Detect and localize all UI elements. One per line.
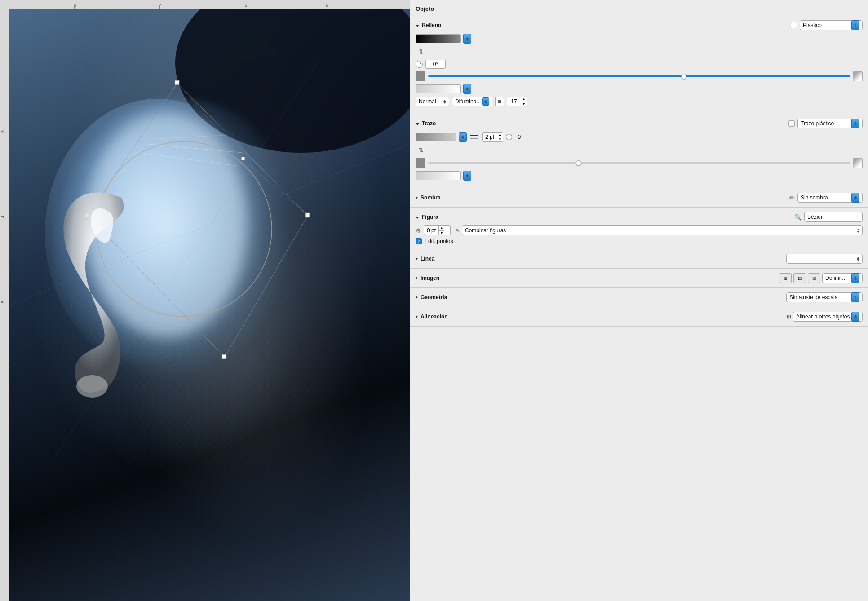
blur-type-dropdown[interactable]: Difumina... bbox=[452, 97, 492, 106]
trazo-swap[interactable]: ⇅ bbox=[416, 145, 426, 155]
imagen-fit-btn-3[interactable]: ⊟ bbox=[808, 273, 820, 283]
plastico-checkbox[interactable] bbox=[791, 22, 797, 28]
teardrop-bottom bbox=[76, 375, 108, 398]
section-figura-header[interactable]: Figura 🔍 Bézier bbox=[410, 210, 868, 224]
fill-dd-up bbox=[854, 23, 857, 25]
linea-dropdown[interactable] bbox=[786, 254, 863, 264]
slider-track bbox=[428, 75, 850, 77]
shape-type-dropdown[interactable]: Bézier bbox=[804, 212, 863, 222]
section-alineacion: Alineación ⊞ Alinear a otros objetos bbox=[410, 307, 868, 327]
pt-down[interactable]: ▼ bbox=[439, 231, 444, 236]
thin-line bbox=[470, 138, 478, 139]
section-linea-header[interactable]: Línea bbox=[410, 252, 868, 265]
geometria-triangle bbox=[416, 296, 418, 299]
white-gradient-dd-btn[interactable] bbox=[463, 84, 471, 94]
cat-canvas bbox=[9, 9, 410, 601]
combine-dd-arrow bbox=[857, 229, 859, 233]
trazo-white-dd[interactable] bbox=[463, 171, 471, 181]
sw-down[interactable]: ▼ bbox=[497, 137, 503, 142]
figura-triangle bbox=[416, 217, 419, 219]
color-swatch-left[interactable] bbox=[416, 71, 425, 81]
pt-up[interactable]: ▲ bbox=[439, 225, 444, 231]
geometria-label: Geometría bbox=[421, 294, 447, 300]
stroke-bar-dd[interactable] bbox=[459, 132, 467, 142]
relleno-slider[interactable] bbox=[428, 72, 850, 80]
thick-line bbox=[470, 135, 478, 136]
section-imagen-header[interactable]: Imagen ⊞ ⊡ ⊟ Definir... bbox=[410, 271, 868, 285]
ruler-left: 3 4 5 bbox=[0, 9, 9, 601]
alineacion-dd-btn[interactable] bbox=[851, 312, 859, 322]
combine-icon: ⊕ bbox=[455, 228, 459, 234]
section-alineacion-header[interactable]: Alineación ⊞ Alinear a otros objetos bbox=[410, 310, 868, 323]
fill-type-dd-btn[interactable] bbox=[851, 20, 859, 30]
stroke-gray-bar[interactable] bbox=[416, 133, 456, 141]
section-relleno-header[interactable]: Relleno Plástico bbox=[410, 18, 868, 32]
blend-down bbox=[443, 102, 446, 104]
trazo-checkbox[interactable] bbox=[788, 120, 795, 127]
trazo-slider-track bbox=[428, 162, 850, 164]
angle-input[interactable] bbox=[425, 60, 446, 69]
canvas-area[interactable]: 3 4 5 6 3 4 5 bbox=[0, 0, 410, 601]
edit-puntos-checkbox[interactable]: ✓ bbox=[416, 238, 422, 244]
stroke-width-btns[interactable]: ▲ ▼ bbox=[497, 132, 503, 142]
trazo-whitebar-row bbox=[416, 171, 863, 181]
blur-dd-btn[interactable] bbox=[482, 97, 489, 106]
section-figura: Figura 🔍 Bézier ⚙ 0 pt ▲ ▼ bbox=[410, 208, 868, 249]
alineacion-label: Alineación bbox=[421, 314, 448, 320]
combine-dropdown[interactable]: Combinar figuras bbox=[462, 225, 863, 235]
angle-circle bbox=[416, 61, 423, 68]
imagen-dd-btn[interactable] bbox=[851, 273, 859, 283]
section-linea: Línea bbox=[410, 249, 868, 269]
gradient-row bbox=[416, 34, 863, 44]
white-gradient-bar[interactable] bbox=[416, 84, 461, 93]
geometria-dropdown[interactable]: Sin ajuste de escala bbox=[786, 292, 863, 302]
section-sombra: Sombra ✏ Sin sombra bbox=[410, 188, 868, 208]
section-trazo: Trazo Trazo plástico bbox=[410, 114, 868, 188]
relleno-label: Relleno bbox=[422, 22, 441, 28]
section-sombra-header[interactable]: Sombra ✏ Sin sombra bbox=[410, 191, 868, 204]
slider-thumb bbox=[681, 74, 686, 79]
linea-triangle bbox=[416, 257, 418, 261]
pt-stepper[interactable]: 0 pt ▲ ▼ bbox=[424, 225, 451, 235]
alineacion-dropdown[interactable]: Alinear a otros objetos bbox=[793, 312, 863, 322]
trazo-swatch-left[interactable] bbox=[416, 158, 425, 168]
shadow-dd-btn[interactable] bbox=[851, 193, 859, 203]
ruler-top: 3 4 5 6 bbox=[9, 0, 410, 9]
blur-value-stepper[interactable]: 17 ▲ ▼ bbox=[507, 97, 527, 106]
gradient-bar[interactable] bbox=[416, 34, 461, 43]
grad-dd-down bbox=[466, 39, 469, 41]
ruler-corner bbox=[0, 0, 9, 9]
section-trazo-header[interactable]: Trazo Trazo plástico bbox=[410, 117, 868, 130]
blur-stepper-down[interactable]: ▼ bbox=[521, 102, 527, 107]
pt-stepper-btns[interactable]: ▲ ▼ bbox=[438, 225, 444, 235]
pencil-icon: ✏ bbox=[789, 194, 795, 201]
color-swatch-right[interactable] bbox=[853, 71, 863, 81]
color-slider-row bbox=[416, 71, 863, 81]
blur-stepper-up[interactable]: ▲ bbox=[521, 97, 527, 102]
sw-up[interactable]: ▲ bbox=[497, 132, 503, 137]
geometria-dd-btn[interactable] bbox=[851, 292, 859, 302]
trazo-label: Trazo bbox=[422, 120, 436, 127]
blur-stepper-buttons[interactable]: ▲ ▼ bbox=[521, 97, 527, 106]
shadow-type-dropdown[interactable]: Sin sombra bbox=[797, 193, 863, 203]
imagen-fit-btn-1[interactable]: ⊞ bbox=[779, 273, 792, 283]
trazo-swatch-right[interactable] bbox=[853, 158, 863, 168]
stroke-type-dropdown[interactable]: Trazo plástico bbox=[797, 119, 863, 128]
figura-label: Figura bbox=[422, 214, 438, 220]
sombra-label: Sombra bbox=[421, 194, 441, 201]
fill-type-dropdown[interactable]: Plástico bbox=[800, 20, 863, 30]
align-icon: ⊞ bbox=[787, 314, 791, 320]
line-thickness-icon bbox=[469, 134, 479, 140]
section-geometria-header[interactable]: Geometría Sin ajuste de escala bbox=[410, 291, 868, 304]
section-geometria: Geometría Sin ajuste de escala bbox=[410, 288, 868, 307]
blend-mode-dropdown[interactable]: Normal bbox=[416, 97, 449, 106]
imagen-define-dropdown[interactable]: Definir... bbox=[822, 273, 863, 283]
stroke-width-stepper[interactable]: 2 pt ▲ ▼ bbox=[482, 132, 503, 142]
stroke-dd-btn[interactable] bbox=[851, 119, 859, 128]
gradient-dd-btn[interactable] bbox=[463, 34, 471, 44]
trazo-white-bar[interactable] bbox=[416, 171, 461, 180]
swap-button[interactable]: ⇅ bbox=[416, 46, 426, 57]
imagen-fit-btn-2[interactable]: ⊡ bbox=[793, 273, 806, 283]
linea-dd-arrow bbox=[857, 257, 859, 261]
trazo-slider[interactable] bbox=[428, 159, 850, 167]
